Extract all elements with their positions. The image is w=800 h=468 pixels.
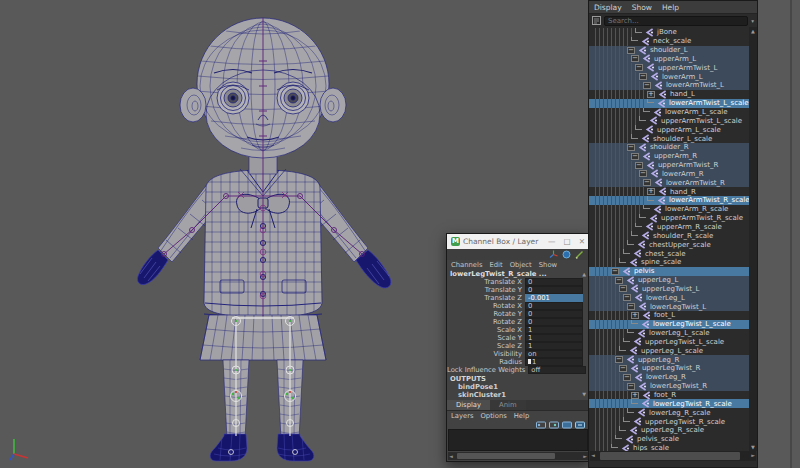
scroll-up-icon[interactable]: ▲ — [751, 28, 755, 34]
tree-item-lowerArmTwist_R_scale[interactable]: lowerArmTwist_R_scale — [589, 196, 751, 205]
output-node-bindPose1[interactable]: bindPose1 — [450, 383, 586, 391]
expand-icon[interactable]: + — [631, 312, 639, 319]
tree-item-jBone[interactable]: jBone — [589, 28, 751, 37]
collapse-icon[interactable]: − — [639, 170, 647, 177]
tree-item-hand_R[interactable]: +hand_R — [589, 187, 751, 196]
tree-item-lowerLeg_L[interactable]: −lowerLeg_L — [589, 293, 751, 302]
tree-item-lowerArmTwist_L[interactable]: −lowerArmTwist_L — [589, 81, 751, 90]
tree-item-upperLegTwist_R[interactable]: −upperLegTwist_R — [589, 364, 751, 373]
create-empty-layer-icon[interactable] — [549, 421, 559, 429]
tree-item-spine_scale[interactable]: spine_scale — [589, 258, 751, 267]
tree-item-upperArmTwist_R[interactable]: −upperArmTwist_R — [589, 161, 751, 170]
hscroll-thumb[interactable] — [600, 452, 740, 460]
channel-value[interactable]: 1 — [525, 358, 583, 365]
tab-anim[interactable]: Anim — [490, 400, 525, 410]
tree-item-shoulder_R_scale[interactable]: shoulder_R_scale — [589, 231, 751, 240]
minimize-button[interactable]: — — [548, 237, 556, 246]
tree-item-shoulder_L[interactable]: −shoulder_L — [589, 46, 751, 55]
collapse-icon[interactable]: − — [635, 162, 643, 169]
rotate-manipulator-icon[interactable] — [562, 250, 571, 259]
scroll-right-icon[interactable]: ► — [583, 452, 587, 460]
channel-value[interactable]: -0.001 — [525, 294, 583, 301]
tree-item-shoulder_L_scale[interactable]: shoulder_L_scale — [589, 134, 751, 143]
tree-item-lowerLegTwist_L[interactable]: −lowerLegTwist_L — [589, 302, 751, 311]
tree-item-lowerLegTwist_R_scale[interactable]: lowerLegTwist_R_scale — [589, 399, 751, 408]
menu-item-display[interactable]: Display — [594, 3, 622, 12]
tree-item-hips_scale[interactable]: hips_scale — [589, 444, 751, 451]
tree-item-shoulder_R[interactable]: −shoulder_R — [589, 143, 751, 152]
menu-item-layers[interactable]: Layers — [451, 412, 474, 420]
tree-item-lowerArmTwist_L_scale[interactable]: lowerArmTwist_L_scale — [589, 99, 751, 108]
scroll-down-icon[interactable]: ▼ — [751, 444, 755, 450]
tree-item-lowerLegTwist_L_scale[interactable]: lowerLegTwist_L_scale — [589, 320, 751, 329]
tree-item-upperLeg_R_scale[interactable]: upperLeg_R_scale — [589, 426, 751, 435]
tree-item-neck_scale[interactable]: neck_scale — [589, 37, 751, 46]
menu-item-help[interactable]: Help — [662, 3, 679, 12]
tab-display[interactable]: Display — [447, 400, 490, 410]
collapse-icon[interactable]: − — [623, 374, 631, 381]
tree-item-lowerLeg_R_scale[interactable]: lowerLeg_R_scale — [589, 408, 751, 417]
scroll-right-icon[interactable]: ► — [751, 451, 755, 459]
menu-item-show[interactable]: Show — [539, 261, 557, 269]
menu-item-object[interactable]: Object — [510, 261, 532, 269]
new-layer-from-selected-icon[interactable] — [562, 421, 572, 429]
maximize-button[interactable]: □ — [564, 237, 571, 246]
close-button[interactable]: ✕ — [579, 237, 585, 246]
tree-item-lowerArm_R_scale[interactable]: lowerArm_R_scale — [589, 205, 751, 214]
tree-item-lowerArm_L[interactable]: −lowerArm_L — [589, 72, 751, 81]
channel-value[interactable]: 0 — [525, 310, 583, 317]
channel-value[interactable]: on — [525, 350, 583, 357]
layer-list-area[interactable] — [448, 429, 588, 451]
tree-item-lowerArm_R[interactable]: −lowerArm_R — [589, 170, 751, 179]
new-override-layer-icon[interactable] — [575, 421, 585, 429]
collapse-icon[interactable]: − — [635, 64, 643, 71]
search-dropdown-icon[interactable]: ▾ — [751, 18, 754, 24]
channel-value[interactable]: 0 — [525, 286, 583, 293]
menu-item-help[interactable]: Help — [514, 412, 530, 420]
tree-item-upperLegTwist_R_scale[interactable]: upperLegTwist_R_scale — [589, 417, 751, 426]
tree-item-lowerLeg_L_scale[interactable]: lowerLeg_L_scale — [589, 329, 751, 338]
menu-item-options[interactable]: Options — [481, 412, 507, 420]
collapse-icon[interactable]: − — [631, 55, 639, 62]
collapse-icon[interactable]: − — [627, 47, 635, 54]
manipulator-icon[interactable] — [549, 250, 558, 259]
tree-item-lowerLeg_R[interactable]: −lowerLeg_R — [589, 373, 751, 382]
channel-value[interactable]: 0 — [525, 278, 583, 285]
outliner-hscrollbar[interactable]: ◄ ► — [590, 451, 756, 461]
tree-item-upperArmTwist_L[interactable]: −upperArmTwist_L — [589, 63, 751, 72]
tree-item-upperArm_R[interactable]: −upperArm_R — [589, 152, 751, 161]
tree-item-upperLegTwist_L_scale[interactable]: upperLegTwist_L_scale — [589, 338, 751, 347]
tree-item-chest_scale[interactable]: chest_scale — [589, 249, 751, 258]
expand-icon[interactable]: + — [647, 91, 655, 98]
menu-item-show[interactable]: Show — [632, 3, 652, 12]
tree-item-upperLeg_L_scale[interactable]: upperLeg_L_scale — [589, 346, 751, 355]
tree-item-upperArmTwist_L_scale[interactable]: upperArmTwist_L_scale — [589, 116, 751, 125]
menu-item-edit[interactable]: Edit — [489, 261, 502, 269]
search-input[interactable] — [604, 16, 748, 26]
pencil-icon[interactable] — [575, 250, 584, 259]
scroll-left-icon[interactable]: ◄ — [449, 452, 453, 460]
collapse-icon[interactable]: − — [631, 153, 639, 160]
channel-value[interactable]: off — [528, 366, 586, 373]
layer-editor-hscrollbar[interactable]: ◄ ► — [448, 452, 588, 460]
collapse-icon[interactable]: − — [615, 356, 623, 363]
collapse-icon[interactable]: − — [619, 365, 627, 372]
character-wireframe-model[interactable] — [110, 6, 430, 466]
tree-item-hand_L[interactable]: +hand_L — [589, 90, 751, 99]
filter-icon[interactable] — [592, 16, 601, 25]
layers-mode-icon[interactable] — [536, 421, 546, 429]
collapse-icon[interactable]: − — [623, 294, 631, 301]
output-node-skinCluster1[interactable]: skinCluster1▼ — [450, 391, 586, 399]
channel-value[interactable]: 1 — [525, 326, 583, 333]
tree-item-foot_R[interactable]: +foot_R — [589, 391, 751, 400]
collapse-icon[interactable]: − — [615, 277, 623, 284]
outliner-vscrollbar[interactable]: ▲ ▼ — [749, 27, 757, 451]
collapse-icon[interactable]: − — [611, 268, 619, 275]
expand-icon[interactable]: + — [631, 392, 639, 399]
radius-slider-handle[interactable] — [528, 359, 531, 364]
collapse-icon[interactable]: − — [643, 179, 651, 186]
channel-value[interactable]: 1 — [525, 334, 583, 341]
tree-item-upperLeg_L[interactable]: −upperLeg_L — [589, 276, 751, 285]
hscroll-thumb[interactable] — [457, 453, 555, 459]
tree-item-chestUpper_scale[interactable]: chestUpper_scale — [589, 240, 751, 249]
